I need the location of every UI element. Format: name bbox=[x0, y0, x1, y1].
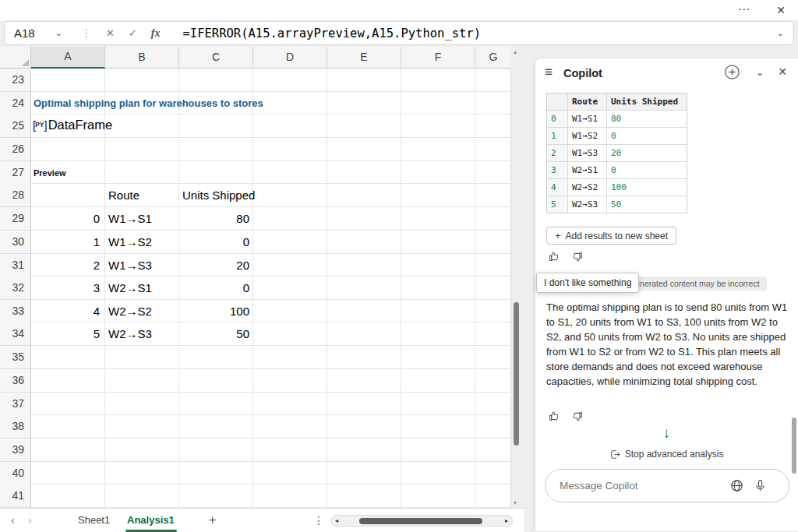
formula-bar-expand-chevron-icon[interactable]: ⌄ bbox=[777, 28, 784, 38]
scroll-right-icon[interactable]: ▸ bbox=[505, 516, 508, 526]
row-header-31[interactable]: 31 bbox=[0, 254, 31, 277]
window-more-icon[interactable]: ⋯ bbox=[738, 2, 750, 16]
cell-a30-index[interactable]: 1 bbox=[31, 231, 103, 254]
cell-c33-units[interactable]: 100 bbox=[179, 300, 252, 323]
scroll-to-bottom-arrow-icon[interactable]: ↓ bbox=[535, 425, 798, 442]
globe-icon[interactable] bbox=[730, 479, 743, 495]
row-header-33[interactable]: 33 bbox=[0, 300, 31, 323]
window-close-icon[interactable]: ✕ bbox=[776, 4, 786, 16]
row-header-26[interactable]: 26 bbox=[0, 138, 31, 161]
cell-b33-route[interactable]: W2→S2 bbox=[108, 300, 152, 323]
grid-vertical-scrollbar[interactable]: ▴ ▾ bbox=[511, 47, 523, 508]
name-box[interactable]: A18 ⌄ bbox=[5, 26, 79, 40]
message-input[interactable] bbox=[560, 470, 723, 502]
add-results-button[interactable]: + Add results to new sheet bbox=[546, 227, 676, 245]
excel-window: ⋯ ✕ A18 ⌄ ⋮ ✕ ✓ fx =IFERROR(A15.arrayPre… bbox=[0, 0, 798, 532]
cell-a24-title[interactable]: Optimal shipping plan for warehouses to … bbox=[34, 92, 263, 115]
grid-vertical-scrollbar-thumb[interactable] bbox=[514, 302, 519, 446]
stop-advanced-analysis-button[interactable]: Stop advanced analysis bbox=[535, 449, 798, 460]
row-header-23[interactable]: 23 bbox=[0, 69, 31, 92]
row-header-35[interactable]: 35 bbox=[0, 346, 31, 369]
tabs-nav-right-icon[interactable]: › bbox=[28, 509, 32, 532]
cell-a34-index[interactable]: 5 bbox=[31, 322, 103, 346]
cell-a27-preview[interactable]: Preview bbox=[34, 161, 66, 185]
cell-a33-index[interactable]: 4 bbox=[31, 300, 103, 323]
thumbs-down-icon[interactable] bbox=[571, 251, 583, 262]
row-header-34[interactable]: 34 bbox=[0, 322, 31, 346]
cell-c29-units[interactable]: 80 bbox=[179, 207, 252, 231]
cell-b34-route[interactable]: W2→S3 bbox=[108, 322, 152, 346]
confirm-icon[interactable]: ✓ bbox=[129, 27, 137, 39]
thumbs-up-icon[interactable] bbox=[549, 251, 560, 262]
thumbs-up-icon[interactable] bbox=[549, 410, 560, 422]
column-header-G[interactable]: G bbox=[475, 47, 511, 69]
name-box-chevron-down-icon[interactable]: ⌄ bbox=[55, 28, 62, 38]
copilot-menu-icon[interactable]: ≡ bbox=[545, 65, 553, 80]
cell-a32-index[interactable]: 3 bbox=[31, 277, 103, 300]
tabs-nav-left-icon[interactable]: ‹ bbox=[11, 509, 15, 532]
horizontal-scrollbar-thumb[interactable] bbox=[359, 518, 482, 524]
column-header-D[interactable]: D bbox=[253, 47, 327, 69]
table-cell-units: 100 bbox=[607, 179, 687, 196]
window-vertical-scrollbar-thumb[interactable] bbox=[792, 417, 796, 474]
cell-c34-units[interactable]: 50 bbox=[179, 322, 252, 346]
row-header-32[interactable]: 32 bbox=[0, 277, 31, 300]
row-header-40[interactable]: 40 bbox=[0, 462, 31, 485]
row-header-25[interactable]: 25 bbox=[0, 115, 31, 138]
cancel-icon[interactable]: ✕ bbox=[106, 27, 115, 39]
row-header-28[interactable]: 28 bbox=[0, 184, 31, 207]
tab-bar-more-icon[interactable]: ⋮ bbox=[313, 509, 324, 532]
row-header-41[interactable]: 41 bbox=[0, 484, 31, 508]
row-header-29[interactable]: 29 bbox=[0, 207, 31, 231]
copilot-close-icon[interactable]: ✕ bbox=[778, 65, 787, 78]
row-header-36[interactable]: 36 bbox=[0, 369, 31, 393]
cell-a29-index[interactable]: 0 bbox=[31, 207, 103, 231]
column-header-C[interactable]: C bbox=[179, 47, 253, 69]
dataframe-label: DataFrame bbox=[48, 118, 113, 132]
scroll-down-icon[interactable]: ▾ bbox=[514, 499, 517, 506]
cell-b30-route[interactable]: W1→S2 bbox=[108, 231, 152, 254]
table-cell-units: 80 bbox=[607, 111, 687, 127]
row-header-24[interactable]: 24 bbox=[0, 92, 31, 115]
spreadsheet-grid[interactable]: A B C D E F G 23 24 25 26 27 28 29 30 31… bbox=[0, 47, 511, 508]
row-header-27[interactable]: 27 bbox=[0, 161, 31, 185]
column-header-E[interactable]: E bbox=[327, 47, 401, 69]
table-cell-index: 5 bbox=[547, 196, 568, 213]
column-header-B[interactable]: B bbox=[105, 47, 179, 69]
row-header-38[interactable]: 38 bbox=[0, 415, 31, 439]
insert-function-icon[interactable]: fx bbox=[151, 27, 161, 40]
cell-c31-units[interactable]: 20 bbox=[179, 254, 252, 277]
row-header-39[interactable]: 39 bbox=[0, 439, 31, 462]
cell-c28-units-header[interactable]: Units Shipped bbox=[182, 184, 255, 207]
select-all-corner[interactable] bbox=[0, 47, 31, 69]
python-icon: [PY] bbox=[33, 118, 47, 132]
cell-c32-units[interactable]: 0 bbox=[179, 277, 252, 300]
add-sheet-icon[interactable]: + bbox=[209, 509, 216, 532]
tab-sheet1[interactable]: Sheet1 bbox=[78, 509, 110, 532]
table-row: 1 W1→S2 0 bbox=[547, 128, 687, 145]
table-cell-route: W1→S1 bbox=[568, 111, 607, 127]
copilot-title: Copilot bbox=[563, 67, 602, 79]
copilot-collapse-chevron-icon[interactable]: ⌄ bbox=[756, 67, 764, 78]
cell-a31-index[interactable]: 2 bbox=[31, 254, 103, 277]
column-header-A[interactable]: A bbox=[31, 47, 105, 69]
column-header-F[interactable]: F bbox=[401, 47, 475, 69]
scroll-up-icon[interactable]: ▴ bbox=[514, 48, 517, 55]
scroll-left-icon[interactable]: ◂ bbox=[335, 516, 338, 526]
thumbs-down-icon[interactable] bbox=[571, 410, 583, 422]
copilot-new-chat-icon[interactable] bbox=[724, 64, 740, 80]
horizontal-scrollbar[interactable]: ◂ ▸ bbox=[330, 515, 513, 527]
row-header-30[interactable]: 30 bbox=[0, 231, 31, 254]
cell-c30-units[interactable]: 0 bbox=[179, 231, 252, 254]
cell-a25-dataframe[interactable]: [PY]DataFrame bbox=[33, 113, 112, 136]
microphone-icon[interactable] bbox=[754, 479, 767, 495]
row-header-37[interactable]: 37 bbox=[0, 393, 31, 416]
table-row: 2 W1→S3 20 bbox=[547, 145, 687, 162]
formula-input[interactable]: =IFERROR(A15.arrayPreview,A15.Python_str… bbox=[182, 26, 776, 41]
tab-analysis1[interactable]: Analysis1 bbox=[127, 509, 175, 532]
stop-analysis-label: Stop advanced analysis bbox=[625, 449, 724, 460]
cell-b32-route[interactable]: W2→S1 bbox=[108, 277, 152, 300]
cell-b29-route[interactable]: W1→S1 bbox=[108, 207, 152, 231]
cell-b28-route-header[interactable]: Route bbox=[108, 184, 139, 207]
cell-b31-route[interactable]: W1→S3 bbox=[108, 254, 152, 277]
